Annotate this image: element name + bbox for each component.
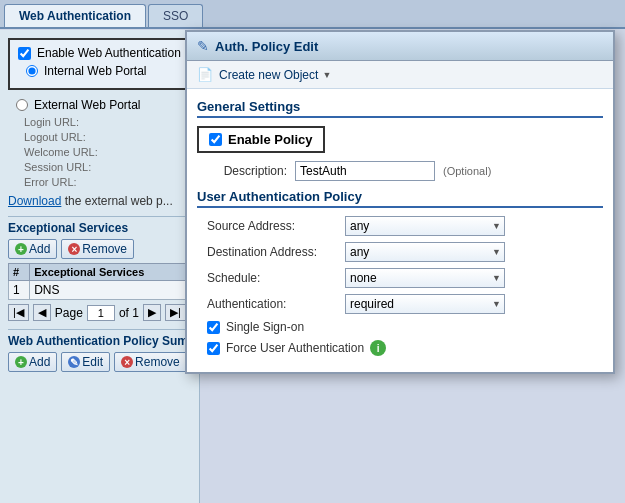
remove-label: Remove (82, 242, 127, 256)
edit-policy-button[interactable]: ✎ Edit (61, 352, 110, 372)
logout-url-label: Logout URL: (24, 131, 104, 143)
login-url-label: Login URL: (24, 116, 104, 128)
add-policy-label: Add (29, 355, 50, 369)
schedule-row: Schedule: none (197, 268, 603, 288)
create-object-icon: 📄 (197, 67, 213, 82)
dialog-header-icon: ✎ (197, 38, 209, 54)
tab-sso[interactable]: SSO (148, 4, 203, 27)
remove-policy-button[interactable]: × Remove (114, 352, 187, 372)
create-object-label[interactable]: Create new Object (219, 68, 318, 82)
enable-web-auth-box: Enable Web Authentication Internal Web P… (8, 38, 191, 90)
external-portal-urls: Login URL: Logout URL: Welcome URL: Sess… (24, 116, 191, 188)
user-auth-title: User Authentication Policy (197, 189, 603, 208)
description-input[interactable] (295, 161, 435, 181)
remove-policy-icon: × (121, 356, 133, 368)
enable-policy-label: Enable Policy (228, 132, 313, 147)
add-icon: + (15, 243, 27, 255)
enable-web-auth-label: Enable Web Authentication (37, 46, 181, 60)
description-label: Description: (197, 164, 287, 178)
auth-policy-dialog: ✎ Auth. Policy Edit 📄 Create new Object … (185, 30, 615, 374)
first-page-button[interactable]: |◀ (8, 304, 29, 321)
source-address-row: Source Address: any (197, 216, 603, 236)
enable-policy-box: Enable Policy (197, 126, 325, 153)
source-address-label: Source Address: (207, 219, 337, 233)
destination-address-select-wrapper: any (345, 242, 505, 262)
exceptional-services-table: # Exceptional Services 1 DNS (8, 263, 191, 300)
force-user-auth-label: Force User Authentication (226, 341, 364, 355)
schedule-select-wrapper: none (345, 268, 505, 288)
web-auth-policy-section: Web Authentication Policy Sum + Add ✎ Ed… (8, 329, 191, 372)
dialog-body: General Settings Enable Policy Descripti… (187, 89, 613, 372)
download-link[interactable]: Download (8, 194, 61, 208)
add-policy-icon: + (15, 356, 27, 368)
page-label: Page (55, 306, 83, 320)
error-url-label: Error URL: (24, 176, 104, 188)
destination-address-select[interactable]: any (345, 242, 505, 262)
session-url-label: Session URL: (24, 161, 104, 173)
edit-icon: ✎ (68, 356, 80, 368)
authentication-label: Authentication: (207, 297, 337, 311)
exceptional-services-title: Exceptional Services (8, 216, 191, 235)
download-row: Download the external web p... (8, 194, 191, 208)
last-page-button[interactable]: ▶| (165, 304, 186, 321)
single-sign-on-row: Single Sign-on (197, 320, 603, 334)
table-row: 1 DNS (9, 281, 191, 300)
dialog-toolbar: 📄 Create new Object ▼ (187, 61, 613, 89)
welcome-url-label: Welcome URL: (24, 146, 104, 158)
dialog-title: Auth. Policy Edit (215, 39, 318, 54)
web-auth-policy-title: Web Authentication Policy Sum (8, 329, 191, 348)
source-address-select-wrapper: any (345, 216, 505, 236)
authentication-select-wrapper: required (345, 294, 505, 314)
force-user-auth-checkbox[interactable] (207, 342, 220, 355)
tab-bar: Web Authentication SSO (0, 0, 625, 29)
download-suffix: the external web p... (61, 194, 172, 208)
tab-web-authentication[interactable]: Web Authentication (4, 4, 146, 27)
enable-policy-checkbox[interactable] (209, 133, 222, 146)
force-user-auth-row: Force User Authentication i (197, 340, 603, 356)
pagination-row: |◀ ◀ Page of 1 ▶ ▶| (8, 304, 191, 321)
internal-portal-row: Internal Web Portal (26, 64, 181, 78)
enable-web-auth-checkbox[interactable] (18, 47, 31, 60)
single-sign-on-checkbox[interactable] (207, 321, 220, 334)
next-page-button[interactable]: ▶ (143, 304, 161, 321)
optional-label: (Optional) (443, 165, 491, 177)
external-portal-row: External Web Portal (16, 98, 191, 112)
enable-web-auth-row: Enable Web Authentication (18, 46, 181, 60)
external-portal-radio[interactable] (16, 99, 28, 111)
internal-portal-radio[interactable] (26, 65, 38, 77)
schedule-label: Schedule: (207, 271, 337, 285)
prev-page-button[interactable]: ◀ (33, 304, 51, 321)
row-service: DNS (30, 281, 191, 300)
schedule-select[interactable]: none (345, 268, 505, 288)
row-num: 1 (9, 281, 30, 300)
remove-policy-label: Remove (135, 355, 180, 369)
create-object-arrow: ▼ (322, 70, 331, 80)
add-policy-button[interactable]: + Add (8, 352, 57, 372)
web-auth-policy-toolbar: + Add ✎ Edit × Remove i (8, 352, 191, 372)
col-num: # (9, 264, 30, 281)
add-label: Add (29, 242, 50, 256)
remove-icon: × (68, 243, 80, 255)
of-label: of 1 (119, 306, 139, 320)
col-service: Exceptional Services (30, 264, 191, 281)
left-panel: Enable Web Authentication Internal Web P… (0, 30, 200, 503)
edit-policy-label: Edit (82, 355, 103, 369)
source-address-select[interactable]: any (345, 216, 505, 236)
authentication-select[interactable]: required (345, 294, 505, 314)
general-settings-title: General Settings (197, 99, 603, 118)
destination-address-row: Destination Address: any (197, 242, 603, 262)
single-sign-on-label: Single Sign-on (226, 320, 304, 334)
internal-portal-label: Internal Web Portal (44, 64, 147, 78)
destination-address-label: Destination Address: (207, 245, 337, 259)
add-exceptional-button[interactable]: + Add (8, 239, 57, 259)
remove-exceptional-button[interactable]: × Remove (61, 239, 134, 259)
exceptional-services-toolbar: + Add × Remove (8, 239, 191, 259)
authentication-row: Authentication: required (197, 294, 603, 314)
page-input[interactable] (87, 305, 115, 321)
force-user-auth-info-icon[interactable]: i (370, 340, 386, 356)
description-row: Description: (Optional) (197, 161, 603, 181)
dialog-header: ✎ Auth. Policy Edit (187, 32, 613, 61)
exceptional-services-section: Exceptional Services + Add × Remove # Ex… (8, 216, 191, 321)
external-portal-label: External Web Portal (34, 98, 141, 112)
